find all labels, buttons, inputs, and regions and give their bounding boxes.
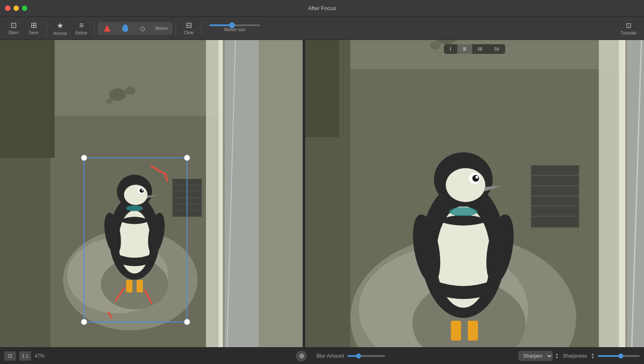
tab-IV[interactable]: IV [488,44,505,54]
statusbar-right: Blur Amount Sharpen Soft Hard ▲ ▼ Sharpn… [310,351,640,361]
blur-amount-label: Blur Amount [317,353,344,359]
blur-amount-group: Blur Amount [317,353,385,359]
editor-svg [0,40,303,347]
normal-button[interactable]: ★ Normal [50,19,70,37]
expand-button[interactable]: ⊕ [296,351,307,361]
maximize-button[interactable] [22,5,27,11]
clear-label: Clear [184,30,194,35]
preview-svg [305,40,644,347]
sharpen-select[interactable]: Sharpen Soft Hard [518,351,553,361]
svg-rect-74 [627,40,644,347]
svg-point-5 [109,88,126,101]
svg-point-61 [472,175,479,182]
marker-size-label: Marker size [224,27,245,32]
sharpen-down-icon[interactable]: ▼ [555,356,559,359]
tab-III[interactable]: III [472,44,488,54]
svg-point-50 [430,42,440,50]
svg-point-24 [126,205,143,211]
tab-II[interactable]: II [457,44,472,54]
svg-rect-52 [619,40,626,347]
sharpness-stepper[interactable]: ▲ ▼ [591,353,594,359]
svg-rect-23 [137,280,143,292]
marker-label: Marker [151,24,172,32]
preview-canvas[interactable] [305,40,644,347]
svg-point-19 [142,189,143,191]
svg-point-41 [81,319,87,325]
refine-button[interactable]: ≡ Refine [72,19,91,37]
svg-rect-9 [219,40,223,347]
plus-icon: ⊕ [299,352,304,360]
tutorials-button[interactable]: ⊡ Tutorials [617,20,640,37]
close-button[interactable] [5,5,11,11]
separator-1 [46,21,47,36]
svg-point-39 [81,155,87,161]
minimize-button[interactable] [13,5,19,11]
svg-rect-36 [225,40,259,347]
sharpness-label: Sharpness [563,353,587,359]
fit-view-icon: ⊡ [8,353,12,359]
blue-marker-icon [122,24,128,32]
marker-size-slider[interactable] [209,24,260,26]
red-marker-button[interactable] [98,22,116,34]
app-title: After Focus [308,5,336,11]
svg-point-18 [140,189,144,193]
eraser-button[interactable]: ◇ [134,22,151,35]
svg-rect-3 [0,40,55,158]
star-icon: ★ [57,21,63,30]
svg-point-42 [184,319,190,325]
tutorials-label: Tutorials [620,31,636,35]
svg-rect-22 [126,280,132,292]
zoom-percent: 47% [34,353,45,359]
tutorials-icon: ⊡ [626,21,631,29]
tab-I[interactable]: I [444,44,457,54]
save-label: Save [29,30,39,35]
svg-rect-65 [451,321,461,340]
separator-3 [176,21,176,36]
statusbar: ⊡ 1:1 47% ⊕ Blur Amount Sharpen Soft Har… [0,347,644,364]
save-button[interactable]: ⊞ Save [24,20,43,37]
svg-rect-68 [531,165,579,228]
blur-amount-thumb[interactable] [356,353,361,359]
svg-point-6 [125,86,135,95]
toolbar: ⊡ Open ⊞ Save ★ Normal ≡ Refine ◇ Marker… [0,17,644,40]
separator-4 [201,21,202,36]
open-button[interactable]: ⊡ Open [4,20,23,37]
svg-point-67 [449,207,478,216]
blue-marker-button[interactable] [116,22,134,35]
open-label: Open [8,30,18,35]
statusbar-left: ⊡ 1:1 47% ⊕ [4,351,307,361]
svg-rect-2 [50,40,219,116]
save-icon: ⊞ [31,21,37,29]
open-icon: ⊡ [11,21,17,29]
svg-point-16 [124,185,148,205]
svg-rect-46 [305,40,339,137]
svg-rect-51 [599,40,619,347]
titlebar: After Focus [0,0,644,17]
svg-point-40 [184,155,190,161]
sharpen-group: Sharpen Soft Hard ▲ ▼ [518,351,559,361]
marker-group: ◇ Marker [98,22,172,35]
traffic-lights [5,5,27,11]
clear-button[interactable]: ⊟ Clear [179,20,198,37]
refine-icon: ≡ [79,21,84,30]
view-tabs: I II III IV [444,44,505,54]
sharpness-group: Sharpness ▲ ▼ [563,353,640,359]
svg-rect-66 [468,321,478,340]
sharpness-thumb[interactable] [618,353,623,359]
eraser-icon: ◇ [140,24,145,32]
left-panel [0,40,303,347]
sharpness-slider[interactable] [598,355,640,357]
svg-point-59 [446,168,485,202]
svg-rect-8 [206,40,219,347]
normal-label: Normal [53,31,67,36]
sharpen-stepper[interactable]: ▲ ▼ [555,353,559,359]
clear-icon: ⊟ [186,21,192,29]
fit-view-button[interactable]: ⊡ [4,351,16,361]
editor-canvas[interactable] [0,40,303,347]
refine-label: Refine [75,31,87,35]
marker-size-group: Marker size [205,24,264,32]
sharpness-down-icon[interactable]: ▼ [591,356,594,359]
red-marker-icon [104,25,111,32]
blur-amount-slider[interactable] [347,355,385,357]
actual-size-button[interactable]: 1:1 [19,351,31,361]
